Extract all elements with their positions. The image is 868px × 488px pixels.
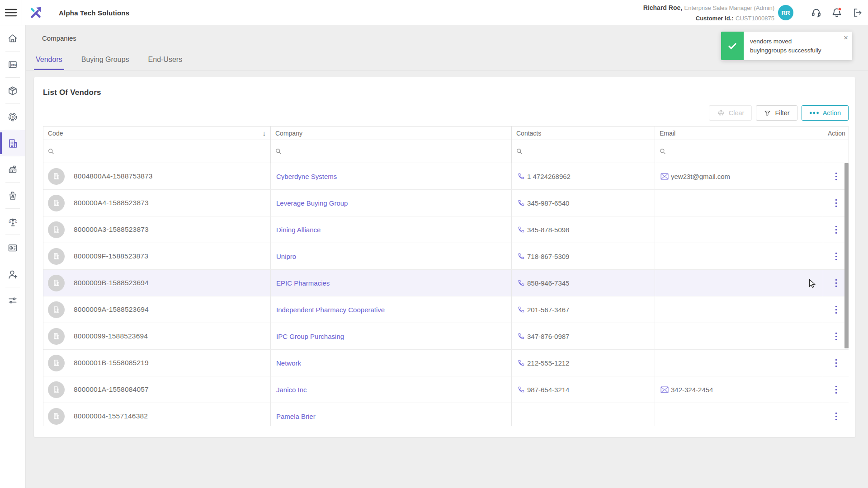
phone-icon xyxy=(517,253,525,260)
table-row[interactable]: 80000004-1557146382 Pamela Brier xyxy=(43,403,849,426)
code-search-cell xyxy=(43,140,271,163)
building-icon xyxy=(52,172,61,180)
phone-number[interactable]: 345-878-5098 xyxy=(527,226,569,234)
row-action-menu[interactable] xyxy=(823,403,849,426)
company-link[interactable]: Cyberdyne Systems xyxy=(276,173,337,180)
contacts-cell: 858-946-7345 xyxy=(512,270,655,296)
company-link[interactable]: Network xyxy=(276,359,301,367)
phone-number[interactable]: 347-876-0987 xyxy=(527,333,569,340)
action-button[interactable]: Action xyxy=(802,105,849,121)
email-search-input[interactable] xyxy=(669,148,818,155)
table-row[interactable]: 8000001A-1558084057 Janico Inc 987-654-3… xyxy=(43,376,849,403)
company-avatar xyxy=(48,275,65,291)
vertical-scrollbar[interactable] xyxy=(844,163,849,348)
phone-icon xyxy=(517,306,525,314)
company-avatar xyxy=(48,328,65,345)
company-link[interactable]: Leverage Buying Group xyxy=(276,199,348,207)
notification-dot xyxy=(838,8,841,11)
sidebar-item-companies[interactable] xyxy=(0,130,25,156)
column-header-contacts[interactable]: Contacts xyxy=(512,127,655,140)
table-row[interactable]: 800000A4-1588523873 Leverage Buying Grou… xyxy=(43,190,849,216)
sidebar-item-ledger[interactable]: D C xyxy=(0,209,25,235)
reports-icon xyxy=(7,243,18,253)
email-cell: yew23t@gmail.com xyxy=(655,163,823,189)
code-cell: 8000001A-1558084057 xyxy=(43,376,271,403)
logout-button[interactable] xyxy=(847,0,868,25)
phone-number[interactable]: 212-555-1212 xyxy=(527,359,569,367)
column-header-code[interactable]: Code ↓ xyxy=(43,127,271,140)
email-value[interactable]: 342-324-2454 xyxy=(671,386,713,394)
phone-number[interactable]: 345-987-6540 xyxy=(527,199,569,207)
column-header-email[interactable]: Email xyxy=(655,127,823,140)
code-cell: 80000099-1588523694 xyxy=(43,323,271,349)
company-link[interactable]: Pamela Brier xyxy=(276,413,316,420)
company-link[interactable]: Independent Pharmacy Cooperative xyxy=(276,306,385,314)
search-icon xyxy=(275,148,282,155)
table-row[interactable]: 8000009F-1588523873 Unipro 718-867-5309 xyxy=(43,243,849,270)
avatar[interactable]: RR xyxy=(778,5,793,20)
phone-number[interactable]: 858-946-7345 xyxy=(527,279,569,287)
company-avatar xyxy=(48,248,65,265)
table-row[interactable]: 8000001B-1558085219 Network 212-555-1212 xyxy=(43,350,849,376)
company-link[interactable]: Dining Alliance xyxy=(276,226,321,234)
table-row[interactable]: 800000A3-1588523873 Dining Alliance 345-… xyxy=(43,216,849,243)
sidebar-item-revenue[interactable]: $ xyxy=(0,104,25,130)
phone-icon xyxy=(517,333,525,340)
phone-number[interactable]: 1 4724268962 xyxy=(527,173,571,180)
headset-icon xyxy=(811,7,822,19)
page-title: List Of Vendors xyxy=(43,88,101,97)
company-link[interactable]: EPIC Pharmacies xyxy=(276,279,330,287)
table-row[interactable]: 80000099-1588523694 IPC Group Purchasing… xyxy=(43,323,849,350)
menu-toggle[interactable] xyxy=(0,0,22,25)
contacts-search-input[interactable] xyxy=(525,148,650,155)
company-avatar xyxy=(48,195,65,211)
check-icon xyxy=(727,41,738,52)
code-search-input[interactable] xyxy=(57,148,266,155)
search-icon xyxy=(660,148,666,155)
phone-number[interactable]: 987-654-3214 xyxy=(527,386,569,394)
tab-end-users[interactable]: End-Users xyxy=(146,56,184,70)
tab-buying-groups[interactable]: Buying Groups xyxy=(80,56,131,70)
table-row[interactable]: 8004800A4-1588753873 Cyberdyne Systems 1… xyxy=(43,163,849,190)
table-row[interactable]: 8000009B-1588523694 EPIC Pharmacies 858-… xyxy=(43,270,849,296)
email-icon xyxy=(660,173,669,180)
sort-descending-icon[interactable]: ↓ xyxy=(263,129,266,137)
building-icon xyxy=(52,252,61,260)
toast-close-icon[interactable]: × xyxy=(844,34,848,42)
company-cell: Unipro xyxy=(271,243,512,269)
crm-icon: CRM xyxy=(7,59,18,70)
email-value[interactable]: yew23t@gmail.com xyxy=(671,173,730,180)
column-header-action: Action xyxy=(823,127,849,140)
contacts-search-cell xyxy=(512,140,655,163)
sidebar-item-add-user[interactable] xyxy=(0,261,25,287)
support-button[interactable] xyxy=(806,0,826,25)
company-search-input[interactable] xyxy=(284,148,507,155)
clear-button[interactable]: Clear xyxy=(709,105,752,121)
vendors-panel: List Of Vendors Clear Filter Action xyxy=(34,77,855,437)
row-action-menu[interactable] xyxy=(823,376,849,403)
sidebar-item-reports[interactable] xyxy=(0,235,25,261)
tab-vendors[interactable]: Vendors xyxy=(34,56,64,70)
filter-button[interactable]: Filter xyxy=(756,105,797,121)
sidebar-item-crm[interactable]: CRM xyxy=(0,52,25,78)
company-link[interactable]: Janico Inc xyxy=(276,386,307,394)
table-row[interactable]: 8000009A-1588523694 Independent Pharmacy… xyxy=(43,296,849,323)
row-action-menu[interactable] xyxy=(823,350,849,376)
phone-number[interactable]: 201-567-3467 xyxy=(527,306,569,314)
company-link[interactable]: Unipro xyxy=(276,253,296,260)
sidebar-item-settings[interactable] xyxy=(0,287,25,314)
app-window: Alpha Tech Solutions Richard Roe, Enterp… xyxy=(0,0,868,488)
sidebar-item-procurement[interactable] xyxy=(0,183,25,209)
company-link[interactable]: IPC Group Purchasing xyxy=(276,333,344,340)
vendor-code: 800000A3-1588523873 xyxy=(74,225,149,234)
sidebar-item-billing[interactable] xyxy=(0,156,25,183)
app-logo[interactable] xyxy=(22,0,50,25)
sidebar-item-products[interactable] xyxy=(0,78,25,104)
action-search-cell xyxy=(823,140,849,163)
company-avatar xyxy=(48,408,65,425)
column-header-company[interactable]: Company xyxy=(271,127,512,140)
phone-number[interactable]: 718-867-5309 xyxy=(527,253,569,260)
notifications-button[interactable] xyxy=(826,0,847,25)
companies-building-icon xyxy=(7,138,19,149)
sidebar-item-home[interactable] xyxy=(0,25,25,52)
